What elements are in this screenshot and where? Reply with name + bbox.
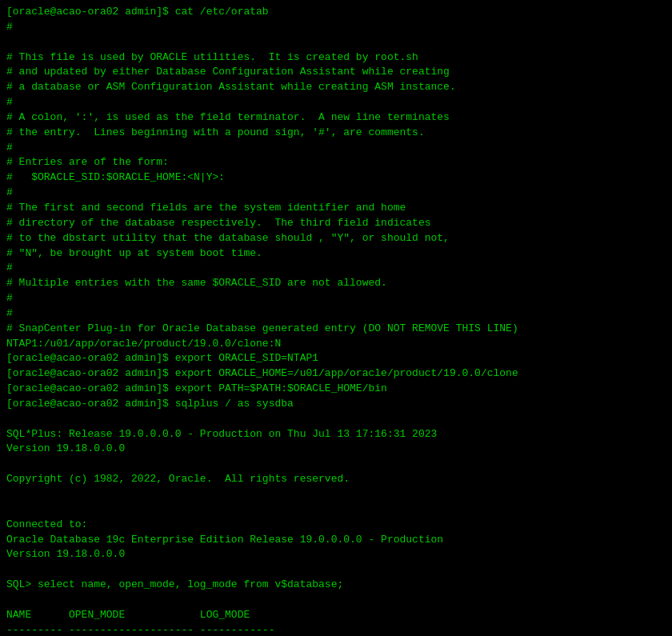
terminal-line (6, 487, 666, 502)
terminal-line: # (6, 291, 666, 306)
terminal-line: # $ORACLE_SID:$ORACLE_HOME:<N|Y>: (6, 170, 666, 186)
terminal-line: # directory of the database respectively… (6, 216, 666, 231)
terminal-line: # to the dbstart utility that the databa… (6, 231, 666, 246)
terminal-line: # and updated by either Database Configu… (6, 65, 666, 80)
terminal-line: # (6, 95, 666, 110)
terminal-line: # the entry. Lines beginning with a poun… (6, 126, 666, 141)
terminal-line (6, 593, 666, 608)
terminal-line: # This file is used by ORACLE utilities.… (6, 50, 666, 66)
terminal-line: # Entries are of the form: (6, 155, 666, 170)
terminal-line: [oracle@acao-ora02 admin]$ export ORACLE… (6, 351, 666, 366)
terminal-line: # SnapCenter Plug-in for Oracle Database… (6, 322, 666, 337)
terminal-line: [oracle@acao-ora02 admin]$ export PATH=$… (6, 382, 666, 397)
terminal-line: # Multiple entries with the same $ORACLE… (6, 276, 666, 291)
terminal-line: [oracle@acao-ora02 admin]$ sqlplus / as … (6, 397, 666, 412)
terminal-line: Copyright (c) 1982, 2022, Oracle. All ri… (6, 472, 666, 487)
terminal-line (6, 412, 666, 427)
terminal-line: --------- -------------------- ---------… (6, 623, 666, 636)
terminal-line: NAME OPEN_MODE LOG_MODE (6, 608, 666, 623)
terminal-line: # (6, 141, 666, 156)
terminal-line: [oracle@acao-ora02 admin]$ cat /etc/orat… (6, 5, 666, 20)
terminal-line: SQL> select name, open_mode, log_mode fr… (6, 578, 666, 593)
terminal-line: # a database or ASM Configuration Assist… (6, 80, 666, 95)
terminal-line: NTAP1:/u01/app/oracle/product/19.0.0/clo… (6, 337, 666, 352)
terminal-line: Version 19.18.0.0.0 (6, 442, 666, 457)
terminal-line: # "N", be brought up at system boot time… (6, 246, 666, 262)
terminal-line: Connected to: (6, 518, 666, 533)
terminal-line (6, 35, 666, 50)
terminal-line (6, 562, 666, 578)
terminal-line (6, 502, 666, 518)
terminal-line: # (6, 20, 666, 35)
terminal-line: # (6, 306, 666, 322)
terminal-line: # (6, 261, 666, 276)
terminal-line: SQL*Plus: Release 19.0.0.0.0 - Productio… (6, 427, 666, 442)
terminal-line: # The first and second fields are the sy… (6, 201, 666, 216)
terminal-line: # A colon, ':', is used as the field ter… (6, 110, 666, 126)
terminal-output: [oracle@acao-ora02 admin]$ cat /etc/orat… (6, 5, 666, 636)
terminal-window[interactable]: [oracle@acao-ora02 admin]$ cat /etc/orat… (0, 0, 672, 636)
terminal-line: Oracle Database 19c Enterprise Edition R… (6, 533, 666, 548)
terminal-line (6, 457, 666, 472)
terminal-line: Version 19.18.0.0.0 (6, 547, 666, 562)
terminal-line: [oracle@acao-ora02 admin]$ export ORACLE… (6, 366, 666, 382)
terminal-line: # (6, 186, 666, 201)
